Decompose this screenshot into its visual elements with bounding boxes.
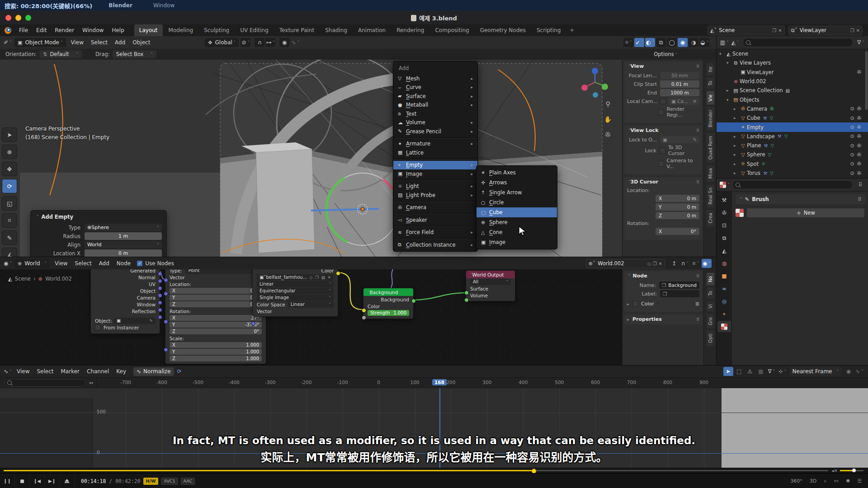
panel-header-view[interactable]: ˅ View⠿ xyxy=(627,63,699,69)
color-space-dropdown[interactable]: Linear˅ xyxy=(288,301,334,308)
hide-eye-icon[interactable]: ⊙ xyxy=(850,161,854,167)
mapping-rotation-y[interactable]: Y-37.6° xyxy=(170,322,262,328)
brush-panel-header[interactable]: ˅ ✎ Brush ⠿ xyxy=(736,194,865,204)
stereo-3d-icon[interactable]: 3D xyxy=(810,478,816,484)
add-workspace-button[interactable]: + xyxy=(566,27,578,33)
tab-object-data[interactable]: ⌖ xyxy=(717,308,731,319)
add-menu-item-curve[interactable]: ⌣Curve▸ xyxy=(393,83,477,92)
pause-button[interactable]: ❙❙ xyxy=(0,474,15,488)
add-menu-item-empty[interactable]: ⌖Empty▸ xyxy=(393,161,477,170)
field-radius[interactable]: 1 m xyxy=(85,232,162,240)
add-menu-item-metaball[interactable]: ●Metaball▸ xyxy=(393,101,477,110)
properties-options-icon[interactable]: ⠿ xyxy=(855,180,865,189)
empty-submenu-item-single-arrow[interactable]: ↑Single Arrow xyxy=(476,188,557,197)
output-object[interactable] xyxy=(158,293,162,298)
properties-context-icon[interactable]: ˅ xyxy=(720,180,730,189)
node-panel-header[interactable]: ˅Node⠿ xyxy=(627,273,699,279)
shader-menu-select[interactable]: Select xyxy=(71,260,95,267)
os-window-menu[interactable]: Window xyxy=(153,2,175,9)
graph-menu-select[interactable]: Select xyxy=(33,368,57,375)
mapping-scale-z[interactable]: Z1.000 xyxy=(170,356,262,361)
empty-submenu-item-sphere[interactable]: ⊕Sphere xyxy=(476,217,557,227)
mute-speaker-icon[interactable]: ◂✕ xyxy=(832,468,838,473)
pivot-icon[interactable]: ◉ xyxy=(844,367,854,376)
mapping-rotation-x[interactable]: X27° xyxy=(170,315,262,321)
node-label-field[interactable]: ❒ xyxy=(660,290,699,297)
env-dropdown-single-image[interactable]: Single Image˅ xyxy=(257,295,334,301)
expand-icon[interactable]: ▸ xyxy=(734,107,739,111)
vr-360-icon[interactable]: 360° xyxy=(790,478,802,484)
empty-submenu-item-circle[interactable]: ○Circle xyxy=(476,197,557,207)
shading-material-icon[interactable]: ◑ xyxy=(689,38,698,47)
add-menu-item-light[interactable]: ☼Light▸ xyxy=(393,182,477,191)
output-target-dropdown[interactable]: All˅ xyxy=(470,279,511,285)
add-menu-item-text[interactable]: aText xyxy=(393,109,477,118)
eject-button[interactable] xyxy=(60,474,75,488)
menu-window[interactable]: Window xyxy=(78,27,108,33)
snapshot-icon[interactable]: ▦ xyxy=(756,367,766,376)
close-icon[interactable]: ✕ xyxy=(659,261,662,266)
viewport-menu-select[interactable]: Select xyxy=(87,39,111,46)
workspace-tab-uv-editing[interactable]: UV Editing xyxy=(235,24,274,36)
workspace-tab-layout[interactable]: Layout xyxy=(134,24,163,36)
properties-search-input[interactable] xyxy=(732,180,853,189)
add-menu-item-mesh[interactable]: ▽Mesh▸ xyxy=(393,74,477,83)
snap-target-icon[interactable]: ⊶˅ xyxy=(265,38,275,47)
add-menu-item-speaker[interactable]: ◅Speaker xyxy=(393,216,477,225)
workspace-tab-modeling[interactable]: Modeling xyxy=(164,24,198,36)
input-surface[interactable] xyxy=(464,291,469,295)
expand-icon[interactable]: ▾ xyxy=(719,52,725,56)
options-button[interactable]: Options˅ xyxy=(654,51,677,57)
playlist-icon[interactable]: ☰ xyxy=(857,478,862,484)
normalize-warning-icon[interactable]: ⚠ xyxy=(745,367,755,376)
strength-field[interactable]: Strength1.000 xyxy=(368,310,409,316)
outliner-row-cube[interactable]: ▸▽ Cube⚒▽⊙✇ xyxy=(717,113,868,122)
field-end[interactable]: 1000 m xyxy=(660,89,699,96)
viewport-menu-view[interactable]: View xyxy=(67,39,87,46)
shading-solid-icon[interactable]: ◉ xyxy=(678,38,688,47)
tweak-tool-icon[interactable]: ➤ xyxy=(723,367,733,376)
output-normal[interactable] xyxy=(158,279,162,283)
fake-user-shield-icon[interactable]: ◇ xyxy=(647,261,651,266)
refresh-icon[interactable]: ⟳ xyxy=(175,367,184,376)
disable-camera-icon[interactable]: ✇ xyxy=(857,170,861,176)
box-select-icon[interactable]: ⬚ xyxy=(734,367,744,376)
mapping-scale-x[interactable]: X1.000 xyxy=(170,342,262,348)
checkbox[interactable] xyxy=(660,148,665,154)
disable-camera-icon[interactable]: ✇ xyxy=(857,143,861,149)
shader-menu-node[interactable]: Node xyxy=(113,260,134,267)
menu-file[interactable]: File xyxy=(15,27,32,33)
proportional-icon[interactable]: ⊹˅ xyxy=(778,367,788,376)
eyedropper-icon[interactable]: ✎ xyxy=(693,137,697,142)
tool-transform[interactable]: ⌗ xyxy=(2,213,17,228)
properties-panel-header[interactable]: ▸Properties⠿ xyxy=(627,316,699,322)
tab-render[interactable]: ✇ xyxy=(717,207,731,218)
proportional-editing-icon[interactable]: ◉ xyxy=(279,38,289,47)
outliner-scrollbar[interactable] xyxy=(865,51,868,110)
seek-knob[interactable] xyxy=(531,469,536,474)
copy-icon[interactable]: ❐ xyxy=(850,28,854,33)
sidebar-tab-blender[interactable]: Blender xyxy=(707,107,714,131)
menu-help[interactable]: Help xyxy=(108,27,128,33)
scene-selector[interactable]: ◭˅ Scene ❐ ✕ xyxy=(708,26,785,35)
close-icon[interactable]: ✕ xyxy=(327,275,331,280)
viewport-menu-object[interactable]: Object xyxy=(129,39,154,46)
background-node-header[interactable]: ˅ Background xyxy=(363,288,413,296)
shader-type-selector[interactable]: ⊕ World˅ xyxy=(14,259,50,268)
previous-button[interactable]: ❙◀ xyxy=(30,474,45,488)
add-menu-item-collection-instance[interactable]: ⧉Collection Instance▸ xyxy=(393,240,477,249)
disable-camera-icon[interactable]: ✇ xyxy=(857,152,861,158)
menu-render[interactable]: Render xyxy=(51,27,78,33)
hide-eye-icon[interactable]: ⊙ xyxy=(850,170,854,176)
outliner-id-filter-icon[interactable]: ◭˅ xyxy=(730,38,740,47)
add-menu-item-image[interactable]: ▣Image▸ xyxy=(393,169,477,178)
outliner-row-viewlayer[interactable]: ▣ ViewLayer✇ xyxy=(717,68,868,77)
outliner-row-torus[interactable]: ▸▽ Torus⚒▽⊙✇ xyxy=(717,169,868,178)
channel-list[interactable] xyxy=(0,398,93,469)
input-scale[interactable] xyxy=(164,347,168,352)
world-output-node-header[interactable]: ˅ World Output xyxy=(466,271,515,278)
add-empty-panel-header[interactable]: ˅Add Empty xyxy=(35,214,162,220)
add-menu-item-surface[interactable]: ▰Surface▸ xyxy=(393,92,477,101)
disable-camera-icon[interactable]: ✇ xyxy=(857,115,861,121)
snap-magnet-icon[interactable]: ∩ xyxy=(255,38,264,47)
